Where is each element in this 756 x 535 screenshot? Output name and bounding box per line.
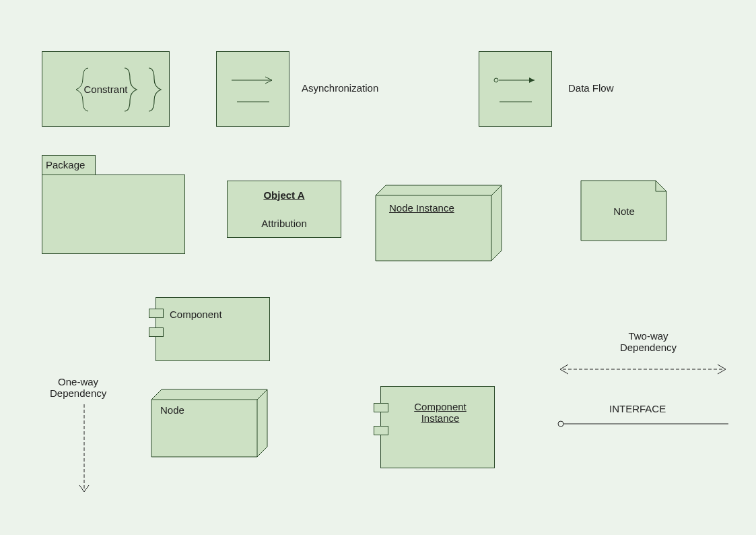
compinstance-label1: Component [393,401,487,412]
component-tab2 [149,327,164,337]
interface-line-icon [556,419,730,429]
node-instance-shape [374,183,505,264]
package-tab-label: Package [46,159,85,170]
component-box [156,297,270,361]
svg-point-19 [558,421,563,427]
compinstance-label: Component Instance [393,401,487,424]
object-title-wrap: Object A [227,181,341,209]
twoway-arrow-icon [556,363,730,376]
constraint-box: Constrant [42,51,170,127]
component-tab1 [149,309,164,318]
dataflow-label: Data Flow [568,82,614,94]
oneway-label: One-way Dependency [50,376,106,399]
node-shape [149,387,269,460]
svg-marker-8 [376,185,502,261]
package-body [42,175,185,254]
compinstance-tab2 [374,426,388,435]
constraint-label: Constrant [83,84,127,95]
svg-line-1 [265,77,272,80]
node-instance-label: Node Instance [389,202,454,214]
compinstance-label2: Instance [393,412,487,424]
svg-line-2 [265,80,272,84]
async-arrow-icon [217,52,290,127]
note-label: Note [580,180,668,242]
interface-label: INTERFACE [609,403,666,414]
twoway-label2: Dependency [581,342,716,353]
twoway-label: Two-way Dependency [581,330,716,353]
compinstance-box [380,386,495,468]
dataflow-box [479,51,552,127]
compinstance-tab1 [374,403,388,412]
svg-point-4 [494,78,498,82]
node-label: Node [160,404,184,416]
dataflow-arrow-icon [479,52,553,127]
async-label: Asynchronization [302,82,378,94]
object-attr: Attribution [227,208,341,238]
async-box [216,51,289,127]
oneway-label2: Dependency [50,387,106,399]
twoway-label1: Two-way [581,330,716,342]
object-title: Object A [263,189,304,201]
component-label: Component [170,309,222,320]
oneway-arrow-icon [74,404,94,499]
svg-marker-6 [529,77,535,83]
oneway-label1: One-way [50,376,106,387]
